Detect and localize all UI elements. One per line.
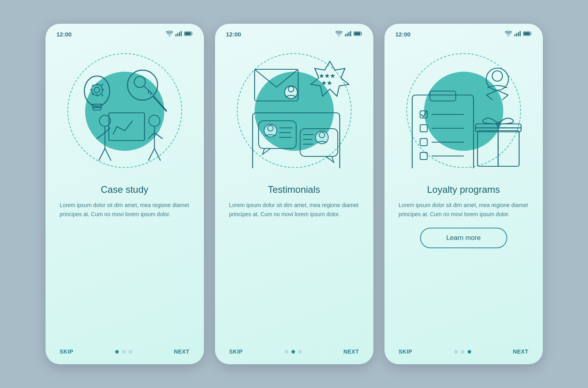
status-bar-2: 12:00 [215,24,373,42]
svg-line-23 [105,148,111,160]
svg-rect-3 [181,31,182,36]
battery-icon-3 [523,31,532,37]
svg-rect-32 [348,32,349,36]
svg-rect-56 [516,33,517,36]
status-time-3: 12:00 [396,31,411,38]
desc-testimonials: Lorem ipsum dolor sit dim amet, mea regi… [229,201,359,219]
bottom-nav-3: SKIP NEXT [384,348,543,355]
battery-icon-1 [184,31,193,37]
svg-rect-35 [354,32,360,35]
illustration-testimonials: ★★★ ★★ [215,46,373,180]
dot-3-1 [454,350,458,354]
title-case-study: Case study [60,184,190,195]
svg-rect-55 [514,34,516,36]
signal-icon-2 [345,31,351,38]
svg-rect-5 [185,32,190,35]
next-button-3[interactable]: NEXT [513,348,528,355]
skip-button-3[interactable]: SKIP [399,348,413,355]
svg-rect-71 [420,152,427,160]
loyalty-svg [402,57,525,168]
status-time-1: 12:00 [57,31,72,38]
signal-icon-1 [175,31,182,38]
svg-text:★★: ★★ [321,80,332,86]
svg-line-22 [99,148,105,160]
dot-3-3 [468,350,471,354]
svg-line-26 [148,133,154,139]
bottom-nav-1: SKIP NEXT [46,348,204,355]
status-icons-3 [505,31,532,38]
dot-3-2 [461,350,464,354]
content-case-study: Case study Lorem ipsum dolor sit dim ame… [46,180,204,348]
dot-1-3 [129,350,132,354]
svg-rect-8 [93,108,101,110]
svg-rect-67 [420,125,427,132]
svg-line-12 [153,96,166,111]
svg-point-6 [84,76,110,106]
wifi-icon-2 [335,31,343,38]
learn-more-button[interactable]: Learn more [420,228,507,248]
content-testimonials: Testimonials Lorem ipsum dolor sit dim a… [215,180,373,348]
status-bar-3: 12:00 [384,24,543,42]
case-study-svg [65,57,184,168]
svg-point-62 [492,71,502,81]
dots-1 [115,350,132,354]
svg-rect-31 [346,33,348,36]
dot-1-2 [122,350,126,354]
next-button-1[interactable]: NEXT [174,348,189,355]
svg-point-50 [316,131,328,144]
skip-button-2[interactable]: SKIP [229,348,243,355]
testimonials-svg: ★★★ ★★ [233,57,356,168]
svg-rect-60 [523,32,529,35]
svg-line-27 [154,133,162,139]
wifi-icon-1 [166,31,173,38]
svg-rect-30 [345,34,346,36]
wifi-icon-3 [505,31,512,38]
svg-rect-33 [350,31,351,36]
svg-rect-57 [518,32,519,36]
phone-loyalty: 12:00 [384,24,543,364]
svg-line-28 [148,148,154,160]
battery-icon-2 [354,31,362,37]
svg-rect-58 [519,31,521,36]
next-button-2[interactable]: NEXT [343,348,359,355]
svg-rect-69 [420,139,427,146]
svg-rect-1 [177,33,178,36]
signal-icon-3 [514,31,521,38]
skip-button-1[interactable]: SKIP [60,348,74,355]
status-icons-2 [335,31,362,38]
svg-rect-17 [109,113,145,141]
dot-2-2 [291,350,295,354]
dot-2-3 [298,350,302,354]
illustration-case-study [46,46,204,180]
illustration-loyalty [384,46,543,180]
dot-1-1 [115,350,119,354]
status-icons-1 [166,31,193,38]
svg-point-10 [94,87,100,93]
content-loyalty: Loyalty programs Lorem ipsum dolor sit d… [384,180,543,348]
dot-2-1 [285,350,288,354]
svg-line-21 [97,133,105,139]
phones-container: 12:00 [46,24,543,364]
phone-case-study: 12:00 [46,24,204,364]
svg-rect-0 [175,34,177,36]
dots-3 [454,350,471,354]
dots-2 [285,350,302,354]
phone-testimonials: 12:00 [215,24,373,364]
status-bar-1: 12:00 [46,24,204,42]
svg-point-44 [264,124,277,137]
svg-rect-2 [179,32,180,36]
title-loyalty: Loyalty programs [399,184,529,195]
bottom-nav-2: SKIP NEXT [215,348,373,355]
title-testimonials: Testimonials [229,184,359,195]
desc-loyalty: Lorem ipsum dolor sit dim amet, mea regi… [399,201,529,219]
svg-point-24 [149,115,160,126]
svg-rect-64 [430,91,456,101]
status-time-2: 12:00 [226,31,241,38]
svg-line-29 [154,148,160,160]
desc-case-study: Lorem ipsum dolor sit dim amet, mea regi… [60,201,190,219]
svg-text:★★★: ★★★ [319,72,335,79]
svg-rect-43 [259,121,296,148]
